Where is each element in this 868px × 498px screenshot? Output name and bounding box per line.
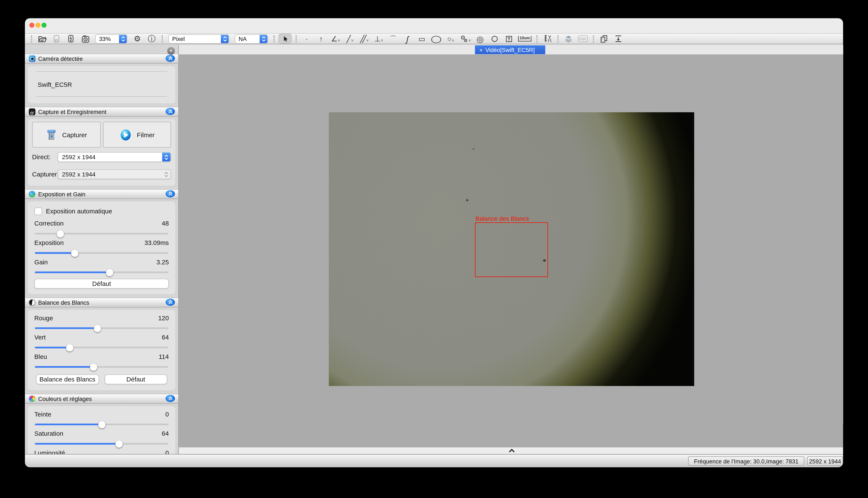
exposition-slider[interactable]	[35, 252, 168, 254]
wb-panel-header[interactable]: Balance des Blancs	[25, 298, 178, 307]
angle-tool-icon[interactable]: ∠v	[330, 34, 341, 44]
export-down-icon[interactable]	[613, 34, 623, 44]
capture-resolution-label: Capturer:	[32, 171, 58, 178]
capture-resolution-select[interactable]: 2592 x 1944	[58, 169, 171, 179]
teinte-slider-row: Teinte 0	[34, 411, 169, 425]
sidebar-collapse-icon[interactable]: «	[167, 47, 175, 55]
exposure-panel-header[interactable]: +− Exposition et Gain	[25, 189, 178, 199]
white-balance-roi[interactable]	[475, 222, 548, 277]
arrow-tool-icon[interactable]: ↑	[316, 34, 326, 44]
ellipse-tool-icon[interactable]: ◯	[430, 34, 443, 44]
wb-default-button[interactable]: Défaut	[104, 375, 167, 384]
main-toolbar: 33% ⚙ ⓘ Pixel NA	[25, 33, 843, 44]
polygon-tool-icon[interactable]	[489, 34, 500, 44]
save-icon[interactable]	[51, 34, 62, 44]
capture-resolution-value: 2592 x 1944	[58, 170, 162, 179]
pixel-stepper-icon[interactable]	[221, 35, 229, 43]
flash-device-icon[interactable]	[66, 34, 76, 44]
direct-resolution-select[interactable]: 2592 x 1944	[58, 152, 171, 162]
camera-timer-icon[interactable]	[80, 34, 90, 44]
info-icon[interactable]: ⓘ	[147, 34, 157, 44]
vert-slider-row: Vert 64	[34, 334, 169, 348]
camera-panel-title: Caméra détectée	[38, 55, 83, 62]
rouge-slider-row: Rouge 120	[34, 315, 169, 329]
exposition-value: 33.09ms	[144, 239, 169, 246]
bleu-slider[interactable]	[35, 366, 168, 368]
bottom-panel-expander[interactable]	[179, 447, 843, 455]
pixel-unit-select[interactable]: Pixel	[168, 34, 229, 43]
perpendicular-tool-icon[interactable]: ⊥v	[373, 34, 384, 44]
direct-label: Direct:	[32, 154, 58, 160]
teinte-slider[interactable]	[35, 423, 168, 425]
gain-slider[interactable]	[35, 272, 168, 273]
line-tool-icon[interactable]: ╱v	[345, 34, 355, 44]
target-tool-icon[interactable]: ◎	[475, 34, 485, 44]
colors-panel-body: Teinte 0 Saturation 64	[27, 405, 176, 455]
circle-tool-icon[interactable]: ○v	[446, 34, 456, 44]
wb-panel-icon	[29, 299, 36, 306]
na-stepper-icon[interactable]	[260, 35, 267, 43]
saturation-slider[interactable]	[35, 443, 168, 445]
direct-stepper-icon[interactable]	[162, 153, 170, 161]
scale-bar-tool-icon[interactable]: 10um	[518, 34, 531, 44]
zoom-window-button[interactable]	[41, 23, 46, 27]
bleu-label: Bleu	[34, 353, 47, 360]
collapse-up-icon[interactable]	[166, 55, 175, 62]
camera-list-item[interactable]: Swift_EC5R	[36, 71, 167, 97]
close-window-button[interactable]	[29, 23, 34, 27]
open-folder-icon[interactable]	[37, 34, 47, 44]
csv-export-icon[interactable]: CSV	[578, 34, 588, 44]
microscope-video-image[interactable]: Balance des Blancs	[329, 112, 694, 386]
zoom-select[interactable]: 33%	[95, 34, 127, 43]
correction-value: 48	[162, 220, 169, 227]
toolbar-separator	[273, 35, 275, 42]
curve-tool-icon[interactable]: ʃ	[403, 34, 412, 44]
rectangle-tool-icon[interactable]: ▭	[417, 34, 427, 44]
collapse-up-icon[interactable]	[166, 395, 175, 402]
bleu-value: 114	[159, 353, 169, 360]
film-button[interactable]: Filmer	[103, 122, 171, 148]
calipers-icon[interactable]	[542, 34, 552, 44]
exposition-label: Exposition	[34, 239, 64, 246]
cursor-tool-icon[interactable]	[279, 34, 292, 44]
tab-strip: × Vidéo[Swift_EC5R]	[179, 45, 843, 54]
colors-panel-header[interactable]: Couleurs et réglages	[25, 394, 178, 404]
colors-panel-title: Couleurs et réglages	[38, 395, 92, 402]
capture-button[interactable]: Capturer	[32, 122, 100, 148]
gain-slider-row: Gain 3.25	[34, 259, 169, 273]
na-select[interactable]: NA	[235, 34, 268, 43]
collapse-up-icon[interactable]	[166, 108, 175, 115]
arc-tool-icon[interactable]: ⌒	[388, 34, 398, 44]
camera-panel-body: Swift_EC5R	[27, 65, 176, 104]
video-tab[interactable]: × Vidéo[Swift_EC5R]	[475, 45, 545, 54]
vert-slider[interactable]	[35, 347, 168, 349]
collapse-up-icon[interactable]	[166, 299, 175, 306]
copy-pages-icon[interactable]	[599, 34, 609, 44]
exposure-panel-title: Exposition et Gain	[38, 191, 86, 197]
exposure-panel-icon: +−	[29, 191, 36, 197]
toolbar-separator	[557, 35, 558, 42]
capture-panel-header[interactable]: Capture et Enregistrement	[25, 107, 178, 117]
correction-slider[interactable]	[35, 233, 168, 235]
gear-icon[interactable]: ⚙	[132, 34, 142, 44]
capture-stepper-icon	[162, 170, 170, 179]
two-circles-tool-icon[interactable]: v	[460, 34, 471, 44]
exposure-default-button[interactable]: Défaut	[34, 279, 169, 289]
tab-close-icon[interactable]: ×	[479, 47, 483, 53]
wb-apply-button[interactable]: Balance des Blancs	[36, 375, 99, 384]
zoom-stepper-icon[interactable]	[119, 35, 127, 43]
auto-exposure-checkbox[interactable]	[34, 207, 42, 215]
status-bar: Fréquence de l'Image: 30.0,Image: 7831 2…	[25, 454, 843, 467]
rouge-slider[interactable]	[35, 327, 168, 329]
camera-name: Swift_EC5R	[38, 81, 72, 88]
minimize-window-button[interactable]	[36, 23, 40, 27]
text-tool-icon[interactable]	[504, 34, 514, 44]
parallel-tool-icon[interactable]: ╱╱v	[359, 34, 369, 44]
title-bar	[25, 18, 843, 33]
wb-panel-body: Rouge 120 Vert 64	[27, 309, 176, 391]
layers-icon[interactable]	[563, 34, 573, 44]
point-tool-icon[interactable]: ·	[302, 34, 312, 44]
collapse-up-icon[interactable]	[166, 190, 175, 198]
toolbar-separator	[162, 35, 163, 42]
camera-panel-header[interactable]: Caméra détectée	[25, 54, 178, 64]
